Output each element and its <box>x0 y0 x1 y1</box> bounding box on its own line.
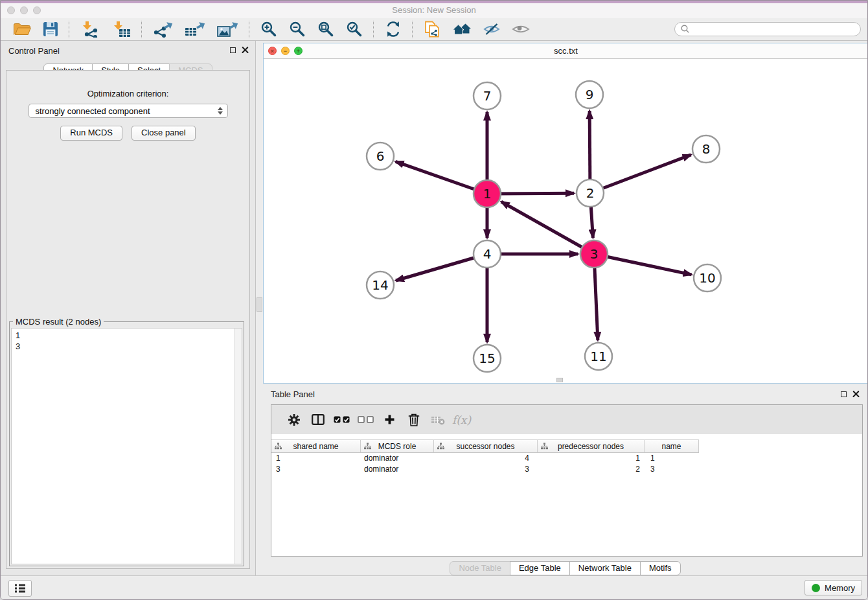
svg-text:7: 7 <box>483 88 492 104</box>
node-6[interactable]: 6 <box>367 143 394 170</box>
node-14[interactable]: 14 <box>367 271 394 299</box>
table-header-row: shared name MCDS role successor nodes <box>271 439 699 453</box>
eye-icon <box>512 23 530 35</box>
zoom-out-icon <box>289 21 306 38</box>
column-view-icon <box>312 414 325 425</box>
column-header-predecessor-nodes[interactable]: predecessor nodes <box>538 440 645 452</box>
table-tab-motifs[interactable]: Motifs <box>640 561 681 575</box>
deselect-all-button[interactable] <box>354 408 378 432</box>
node-11[interactable]: 11 <box>585 343 612 370</box>
table-tab-edge-table[interactable]: Edge Table <box>510 561 570 575</box>
criterion-select[interactable]: strongly connected component <box>29 104 228 118</box>
node-10[interactable]: 10 <box>694 264 721 292</box>
close-table-panel-icon[interactable] <box>852 391 860 398</box>
memory-label: Memory <box>825 583 855 593</box>
table-settings-button[interactable] <box>282 408 306 432</box>
column-header-successor-nodes[interactable]: successor nodes <box>434 440 538 452</box>
minimize-network-button[interactable]: − <box>281 47 290 55</box>
zoom-selected-button[interactable] <box>340 19 369 40</box>
clone-network-button[interactable] <box>418 19 446 40</box>
node-1[interactable]: 1 <box>474 180 501 207</box>
refresh-icon <box>385 21 402 38</box>
window-title: Session: New Session <box>1 1 867 20</box>
node-4[interactable]: 4 <box>474 240 501 268</box>
mcds-panel: Optimization criterion: strongly connect… <box>6 70 250 569</box>
hide-graphics-button[interactable] <box>477 19 506 40</box>
float-panel-icon[interactable] <box>230 47 236 53</box>
save-session-button[interactable] <box>37 19 64 40</box>
function-icon: f(x) <box>452 413 471 426</box>
toolbar-separator <box>249 21 250 38</box>
close-panel-icon[interactable] <box>242 47 249 54</box>
edge-3-1[interactable] <box>501 202 594 254</box>
column-header-shared-name[interactable]: shared name <box>271 440 361 452</box>
zoom-in-button[interactable] <box>255 19 283 40</box>
cell-name: 3 <box>645 465 699 474</box>
open-session-button[interactable] <box>7 19 37 40</box>
node-15[interactable]: 15 <box>474 345 501 372</box>
plus-icon <box>384 414 395 425</box>
node-9[interactable]: 9 <box>576 81 603 108</box>
panel-splitter-grip[interactable] <box>257 297 262 312</box>
column-view-button[interactable] <box>306 408 330 432</box>
export-table-button[interactable] <box>179 19 211 40</box>
delete-table-button[interactable] <box>426 408 450 432</box>
maximize-network-button[interactable]: + <box>294 47 303 55</box>
cell-successor-nodes: 3 <box>434 465 538 474</box>
task-history-button[interactable] <box>8 580 32 597</box>
export-network-button[interactable] <box>147 19 179 40</box>
select-stepper-icon <box>218 107 224 115</box>
network-scrollbar-grip[interactable] <box>556 378 563 382</box>
import-network-button[interactable] <box>74 19 106 40</box>
zoom-out-button[interactable] <box>283 19 312 40</box>
svg-text:8: 8 <box>702 141 711 157</box>
close-network-button[interactable]: × <box>268 47 277 55</box>
table-tab-network-table[interactable]: Network Table <box>569 561 641 575</box>
table-tab-node-table[interactable]: Node Table <box>450 561 510 575</box>
network-canvas[interactable]: 7968124314101511 <box>264 58 868 383</box>
search-field[interactable] <box>674 22 861 36</box>
memory-button[interactable]: Memory <box>805 580 862 595</box>
import-table-button[interactable] <box>106 19 137 40</box>
zoom-fit-button[interactable] <box>312 19 340 40</box>
table-row[interactable]: 3dominator323 <box>271 464 862 475</box>
node-3[interactable]: 3 <box>580 240 608 268</box>
zoom-window-button[interactable] <box>33 6 41 14</box>
edge-3-10[interactable] <box>594 254 692 275</box>
table-row[interactable]: 1dominator411 <box>271 453 862 464</box>
svg-text:1: 1 <box>483 186 492 202</box>
network-window-titlebar[interactable]: × − + scc.txt <box>264 43 868 59</box>
run-mcds-button[interactable]: Run MCDS <box>60 126 122 141</box>
settings-gear-icon <box>288 413 301 426</box>
result-scrollbar[interactable] <box>234 329 242 564</box>
node-7[interactable]: 7 <box>474 82 501 110</box>
close-window-button[interactable] <box>7 6 15 14</box>
column-header-name[interactable]: name <box>645 440 699 452</box>
select-all-button[interactable] <box>330 408 354 432</box>
edge-2-8[interactable] <box>590 155 691 193</box>
node-table-container: f(x) shared name MCDS role <box>271 404 863 557</box>
svg-text:4: 4 <box>483 246 492 262</box>
network-file-title: scc.txt <box>264 43 868 58</box>
home-button[interactable] <box>446 19 477 40</box>
close-panel-button[interactable]: Close panel <box>131 126 196 141</box>
mcds-result-group: MCDS result (2 nodes) 1 3 <box>9 321 244 566</box>
open-folder-icon <box>13 21 31 37</box>
search-input[interactable] <box>693 24 855 35</box>
node-8[interactable]: 8 <box>692 135 720 163</box>
show-graphics-button[interactable] <box>506 19 536 40</box>
mcds-result-values: 1 3 <box>16 330 20 352</box>
node-2[interactable]: 2 <box>577 179 604 207</box>
edge-1-6[interactable] <box>396 161 487 194</box>
mcds-result-area[interactable]: 1 3 <box>11 328 242 564</box>
float-table-panel-icon[interactable] <box>841 391 847 397</box>
refresh-button[interactable] <box>379 19 407 40</box>
export-table-icon <box>185 21 205 38</box>
column-header-mcds-role[interactable]: MCDS role <box>361 440 434 452</box>
window-titlebar[interactable]: Session: New Session <box>1 1 867 19</box>
function-builder-button[interactable]: f(x) <box>450 408 474 432</box>
export-image-button[interactable] <box>211 19 244 40</box>
add-column-button[interactable] <box>378 408 402 432</box>
delete-column-button[interactable] <box>402 408 426 432</box>
minimize-window-button[interactable] <box>20 6 28 14</box>
